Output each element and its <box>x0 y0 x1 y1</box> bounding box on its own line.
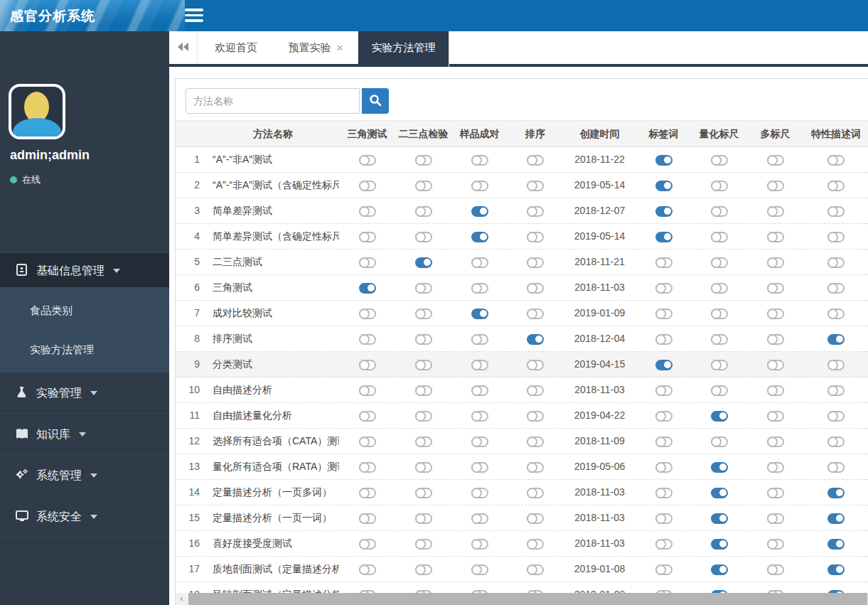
multi-scale-toggle[interactable] <box>767 257 784 268</box>
quant-scale-toggle[interactable] <box>711 564 728 575</box>
triangle-test-toggle[interactable] <box>359 181 376 191</box>
multi-scale-toggle[interactable] <box>767 181 784 191</box>
tab-preset-experiment[interactable]: 预置实验✕ <box>274 31 358 64</box>
duo-trio-test-toggle[interactable] <box>415 385 432 396</box>
quant-scale-toggle[interactable] <box>711 257 728 268</box>
ranking-toggle[interactable] <box>527 334 544 345</box>
ranking-toggle[interactable] <box>527 283 544 294</box>
table-row[interactable]: 15定量描述分析（一页一词）2018-11-03 <box>176 505 868 531</box>
multi-scale-toggle[interactable] <box>767 564 784 575</box>
quant-scale-toggle[interactable] <box>711 411 728 422</box>
table-row[interactable]: 16喜好度接受度测试2018-11-03 <box>176 531 868 557</box>
table-row[interactable]: 5二三点测试2018-11-21 <box>176 250 868 275</box>
quant-scale-toggle[interactable] <box>711 232 728 242</box>
ranking-toggle[interactable] <box>527 309 544 319</box>
quant-scale-toggle[interactable] <box>711 513 728 524</box>
ranking-toggle[interactable] <box>527 513 544 524</box>
sidebar-item-experiment-management[interactable]: 实验管理 <box>0 373 169 414</box>
ranking-toggle[interactable] <box>527 462 544 473</box>
duo-trio-test-toggle[interactable] <box>415 206 432 217</box>
paired-sample-toggle[interactable] <box>471 206 488 217</box>
sidebar-item-system-security[interactable]: 系统安全 <box>0 496 169 537</box>
multi-scale-toggle[interactable] <box>767 232 784 242</box>
tag-words-toggle[interactable] <box>655 488 673 498</box>
duo-trio-test-toggle[interactable] <box>415 437 432 447</box>
descriptor-toggle[interactable] <box>827 283 845 294</box>
ranking-toggle[interactable] <box>527 437 544 447</box>
paired-sample-toggle[interactable] <box>471 539 488 550</box>
triangle-test-toggle[interactable] <box>359 309 376 319</box>
quant-scale-toggle[interactable] <box>711 437 728 447</box>
paired-sample-toggle[interactable] <box>471 360 488 370</box>
duo-trio-test-toggle[interactable] <box>415 564 432 575</box>
quant-scale-toggle[interactable] <box>711 309 728 319</box>
ranking-toggle[interactable] <box>527 232 544 242</box>
quant-scale-toggle[interactable] <box>711 488 728 498</box>
descriptor-toggle[interactable] <box>827 462 845 473</box>
descriptor-toggle[interactable] <box>827 206 845 217</box>
duo-trio-test-toggle[interactable] <box>415 360 432 370</box>
triangle-test-toggle[interactable] <box>359 385 376 396</box>
scrollbar-thumb[interactable] <box>188 593 867 605</box>
paired-sample-toggle[interactable] <box>471 283 488 294</box>
close-icon[interactable]: ✕ <box>336 43 344 53</box>
multi-scale-toggle[interactable] <box>767 462 784 473</box>
tag-words-toggle[interactable] <box>655 155 673 166</box>
scroll-left-arrow-icon[interactable]: ‹ <box>176 593 188 605</box>
tag-words-toggle[interactable] <box>655 206 673 217</box>
triangle-test-toggle[interactable] <box>359 513 376 524</box>
table-row[interactable]: 13量化所有适合项（RATA）测试2019-05-06 <box>176 454 868 480</box>
table-row[interactable]: 8排序测试2018-12-04 <box>176 326 868 352</box>
ranking-toggle[interactable] <box>527 539 544 550</box>
quant-scale-toggle[interactable] <box>711 334 728 345</box>
multi-scale-toggle[interactable] <box>767 309 784 319</box>
search-input[interactable] <box>186 88 360 114</box>
ranking-toggle[interactable] <box>527 360 544 370</box>
paired-sample-toggle[interactable] <box>471 437 488 447</box>
quant-scale-toggle[interactable] <box>711 539 728 550</box>
multi-scale-toggle[interactable] <box>767 283 784 294</box>
triangle-test-toggle[interactable] <box>359 437 376 447</box>
descriptor-toggle[interactable] <box>827 257 845 268</box>
ranking-toggle[interactable] <box>527 206 544 217</box>
triangle-test-toggle[interactable] <box>359 488 376 498</box>
tag-words-toggle[interactable] <box>655 181 673 191</box>
duo-trio-test-toggle[interactable] <box>415 539 432 550</box>
multi-scale-toggle[interactable] <box>767 411 784 422</box>
multi-scale-toggle[interactable] <box>767 155 784 166</box>
quant-scale-toggle[interactable] <box>711 360 728 370</box>
ranking-toggle[interactable] <box>527 155 544 166</box>
descriptor-toggle[interactable] <box>827 437 845 447</box>
paired-sample-toggle[interactable] <box>471 334 488 345</box>
tag-words-toggle[interactable] <box>655 513 673 524</box>
descriptor-toggle[interactable] <box>827 564 845 575</box>
descriptor-toggle[interactable] <box>827 539 845 550</box>
triangle-test-toggle[interactable] <box>359 462 376 473</box>
table-row[interactable]: 7成对比较测试2019-01-09 <box>176 301 868 326</box>
triangle-test-toggle[interactable] <box>359 411 376 422</box>
descriptor-toggle[interactable] <box>827 334 845 345</box>
paired-sample-toggle[interactable] <box>471 309 488 319</box>
table-row[interactable]: 4简单差异测试（含确定性标尺2019-05-14 <box>176 224 868 250</box>
table-row[interactable]: 11自由描述量化分析2019-04-22 <box>176 403 868 429</box>
tag-words-toggle[interactable] <box>655 309 673 319</box>
ranking-toggle[interactable] <box>527 257 544 268</box>
duo-trio-test-toggle[interactable] <box>415 257 432 268</box>
duo-trio-test-toggle[interactable] <box>415 283 432 294</box>
table-row[interactable]: 3简单差异测试2018-12-07 <box>176 198 868 224</box>
tag-words-toggle[interactable] <box>655 462 673 473</box>
tag-words-toggle[interactable] <box>655 437 673 447</box>
quant-scale-toggle[interactable] <box>711 462 728 473</box>
sidebar-item-basic-info[interactable]: 基础信息管理 <box>0 252 169 287</box>
quant-scale-toggle[interactable] <box>711 155 728 166</box>
table-row[interactable]: 6三角测试2018-11-03 <box>176 275 868 301</box>
triangle-test-toggle[interactable] <box>359 360 376 370</box>
duo-trio-test-toggle[interactable] <box>415 334 432 345</box>
tag-words-toggle[interactable] <box>655 411 673 422</box>
table-row[interactable]: 12选择所有适合项（CATA）测试2018-11-09 <box>176 429 868 454</box>
descriptor-toggle[interactable] <box>827 360 845 370</box>
triangle-test-toggle[interactable] <box>359 257 376 268</box>
tag-words-toggle[interactable] <box>655 232 673 242</box>
duo-trio-test-toggle[interactable] <box>415 513 432 524</box>
tag-words-toggle[interactable] <box>655 283 673 294</box>
